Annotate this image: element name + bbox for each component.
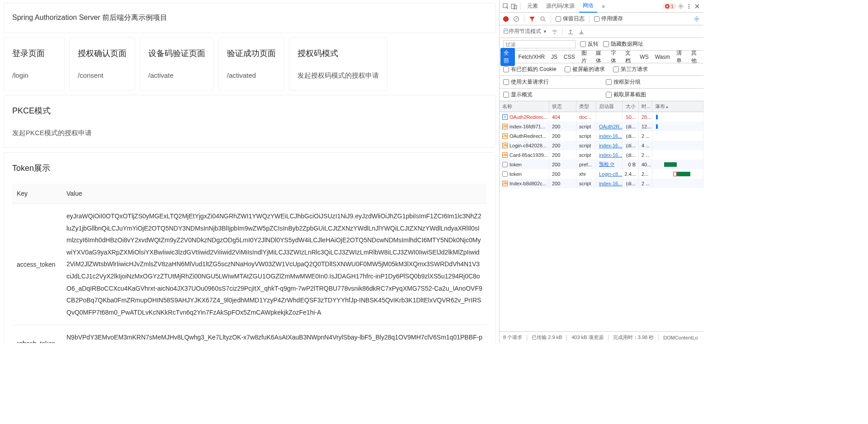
- network-row[interactable]: JSOAuthRedirect...200scriptindex-16...(d…: [500, 131, 703, 141]
- col-name[interactable]: 名称: [500, 101, 549, 112]
- request-status: 200: [549, 131, 576, 141]
- nav-card[interactable]: 设备码验证页面/activate: [140, 38, 214, 90]
- large-rows-checkbox[interactable]: 使用大量请求行: [503, 78, 598, 86]
- col-status[interactable]: 状态: [549, 101, 576, 112]
- request-js-icon: JS: [502, 124, 508, 129]
- filter-icon[interactable]: [529, 16, 535, 22]
- request-status: 200: [549, 169, 576, 179]
- type-filter[interactable]: JS: [548, 52, 561, 61]
- table-row: access_tokeneyJraWQiOiI0OTQxOTljZS0yMGEx…: [12, 204, 487, 325]
- request-size: (di...: [623, 131, 639, 141]
- type-filter[interactable]: Wasm: [652, 52, 674, 61]
- request-name: Login-c842028...: [509, 143, 547, 148]
- request-time: 4 ...: [639, 141, 652, 150]
- nav-card-sub: /activated: [227, 71, 276, 79]
- nav-card[interactable]: 授权确认页面/consent: [69, 38, 135, 90]
- status-transferred: 已传输 2.9 kB: [532, 334, 562, 341]
- request-size: (di...: [623, 150, 639, 160]
- network-row[interactable]: JSindex-16fd971...200scriptOAuth2R...(di…: [500, 122, 703, 131]
- pkce-card[interactable]: PKCE模式 发起PKCE模式的授权申请: [4, 95, 495, 148]
- request-time: 12...: [639, 122, 652, 131]
- col-type[interactable]: 类型: [576, 101, 596, 112]
- request-time: 40...: [639, 160, 652, 169]
- tab-more[interactable]: »: [598, 1, 609, 12]
- app-page[interactable]: Spring Authorization Server 前后端分离示例项目 登录…: [0, 0, 499, 343]
- request-js-icon: JS: [502, 181, 508, 186]
- filter-input[interactable]: [503, 40, 576, 48]
- col-waterfall[interactable]: 瀑布▲: [652, 101, 703, 112]
- blocked-cookies-checkbox[interactable]: 有已拦截的 Cookie: [503, 66, 557, 73]
- tab-elements[interactable]: 元素: [524, 0, 542, 12]
- request-time: 2 ...: [639, 131, 652, 141]
- request-name: Index-b8d802c...: [509, 181, 547, 186]
- preserve-log-checkbox[interactable]: 保留日志: [556, 15, 585, 23]
- svg-point-9: [541, 17, 544, 20]
- request-size: 0 B: [623, 160, 639, 169]
- close-icon[interactable]: [693, 3, 701, 10]
- third-party-checkbox[interactable]: 第三方请求: [613, 66, 648, 73]
- network-row[interactable]: ≡OAuth2Redirec...404doc...50...28...: [500, 112, 703, 122]
- svg-point-5: [689, 4, 689, 5]
- network-table-body[interactable]: ≡OAuth2Redirec...404doc...50...28...JSin…: [500, 112, 703, 331]
- token-table: Key Value access_tokeneyJraWQiOiI0OTQxOT…: [12, 184, 487, 343]
- col-initiator[interactable]: 启动器: [596, 101, 623, 112]
- kebab-icon[interactable]: [685, 3, 693, 10]
- network-settings-icon[interactable]: [693, 16, 700, 22]
- request-initiator: Login-c8...: [596, 169, 623, 179]
- nav-card[interactable]: 登录页面/login: [4, 38, 65, 90]
- hide-data-checkbox[interactable]: 隐藏数据网址: [603, 40, 643, 48]
- request-status: 200: [549, 160, 576, 169]
- request-initiator: index-16...: [596, 150, 623, 160]
- request-initiator: [596, 112, 623, 122]
- page-title: Spring Authorization Server 前后端分离示例项目: [12, 14, 167, 21]
- request-time: 2 ...: [639, 179, 652, 188]
- wifi-icon[interactable]: [552, 28, 558, 35]
- inspect-icon[interactable]: [502, 3, 509, 10]
- col-time[interactable]: 时...: [639, 101, 652, 112]
- tab-sources[interactable]: 源代码/来源: [542, 0, 578, 12]
- svg-point-7: [689, 7, 689, 8]
- network-row[interactable]: JSIndex-b8d802c...200scriptindex-16...(d…: [500, 179, 703, 188]
- network-row[interactable]: token200pref...预检 ⟳0 B40...: [500, 160, 703, 169]
- checks-row: 有已拦截的 Cookie 被屏蔽的请求 第三方请求: [500, 63, 703, 76]
- tab-network[interactable]: 网络: [579, 0, 597, 13]
- record-icon[interactable]: [503, 16, 509, 22]
- device-icon[interactable]: [510, 3, 518, 10]
- network-row[interactable]: JSCard-85ac1939...200scriptindex-16...(d…: [500, 150, 703, 160]
- network-row[interactable]: token200xhrLogin-c8...2.4...2...: [500, 169, 703, 179]
- status-requests: 8 个请求: [503, 334, 522, 341]
- group-frame-checkbox[interactable]: 按框架分组: [606, 78, 700, 86]
- token-section: Token展示 Key Value access_tokeneyJraWQiOi…: [4, 152, 495, 343]
- nav-card[interactable]: 验证成功页面/activated: [218, 38, 284, 90]
- request-js-icon: JS: [502, 143, 508, 148]
- col-size[interactable]: 大小: [623, 101, 639, 112]
- type-filter[interactable]: CSS: [561, 52, 578, 61]
- svg-point-10: [696, 18, 698, 20]
- network-row[interactable]: JSLogin-c842028...200scriptindex-16...(d…: [500, 141, 703, 150]
- disable-cache-checkbox[interactable]: 停用缓存: [594, 15, 623, 23]
- request-size: (di...: [623, 122, 639, 131]
- download-icon[interactable]: [578, 28, 585, 35]
- blocked-req-checkbox[interactable]: 被屏蔽的请求: [565, 66, 605, 73]
- request-initiator: index-16...: [596, 141, 623, 150]
- request-waterfall: [652, 112, 703, 122]
- nav-card[interactable]: 授权码模式发起授权码模式的授权申请: [289, 38, 387, 90]
- show-overview-checkbox[interactable]: 显示概览: [503, 91, 598, 99]
- throttle-select[interactable]: 已停用节流模式 ▼: [503, 28, 547, 35]
- upload-icon[interactable]: [567, 28, 574, 35]
- request-size: 2.4...: [623, 169, 639, 179]
- nav-card-title: 授权确认页面: [78, 48, 127, 59]
- clear-icon[interactable]: [513, 16, 519, 22]
- gear-icon[interactable]: [677, 3, 684, 10]
- svg-rect-1: [511, 4, 515, 9]
- search-icon[interactable]: [540, 16, 546, 22]
- screenshot-checkbox[interactable]: 截取屏幕截图: [606, 91, 700, 99]
- error-badge[interactable]: 1: [662, 3, 676, 9]
- type-filter[interactable]: WS: [637, 52, 651, 61]
- nav-card-title: 授权码模式: [297, 48, 379, 59]
- type-filter[interactable]: Fetch/XHR: [515, 52, 548, 61]
- nav-card-title: 设备码验证页面: [148, 48, 205, 59]
- invert-checkbox[interactable]: 反转: [580, 40, 599, 48]
- request-waterfall: [652, 179, 703, 188]
- pkce-sub: 发起PKCE模式的授权申请: [12, 129, 487, 137]
